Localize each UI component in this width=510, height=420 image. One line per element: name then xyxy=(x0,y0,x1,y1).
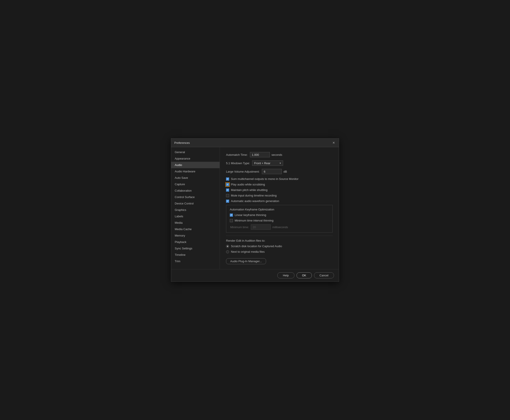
automatch-input[interactable] xyxy=(250,152,270,157)
sidebar-item-general[interactable]: General xyxy=(171,149,220,155)
mixdown-select-wrapper: Front + Rear Front Rear Front + Rear + L… xyxy=(252,160,283,166)
sidebar-item-memory[interactable]: Memory xyxy=(171,232,220,239)
volume-unit: dB xyxy=(283,170,287,173)
sidebar-item-media-cache[interactable]: Media Cache xyxy=(171,226,220,232)
sidebar-item-audio[interactable]: Audio xyxy=(171,162,220,168)
min-time-label: Minimum time: xyxy=(230,225,249,229)
sidebar-item-timeline[interactable]: Timeline xyxy=(171,252,220,258)
next-to-original-radio[interactable] xyxy=(226,250,229,253)
help-button[interactable]: Help xyxy=(277,272,294,278)
dialog-title: Preferences xyxy=(174,141,190,144)
auto-waveform-checkbox[interactable] xyxy=(226,200,229,203)
dialog-body: General Appearance Audio Audio Hardware … xyxy=(171,147,339,269)
sum-multichannel-row: Sum multichannel outputs to mono in Sour… xyxy=(226,177,333,180)
maintain-pitch-checkbox[interactable] xyxy=(226,188,229,192)
footer: Help OK Cancel xyxy=(171,269,339,281)
section-divider xyxy=(226,236,333,236)
auto-waveform-row: Automatic audio waveform generation xyxy=(226,199,333,203)
sidebar-item-collaboration[interactable]: Collaboration xyxy=(171,188,220,194)
scratch-disk-radio[interactable] xyxy=(226,245,229,248)
automatch-row: Automatch Time: seconds xyxy=(226,152,333,157)
cancel-button[interactable]: Cancel xyxy=(314,272,334,278)
min-interval-checkbox[interactable] xyxy=(230,219,233,222)
volume-label: Large Volume Adjustment: xyxy=(226,170,260,173)
sidebar-item-trim[interactable]: Trim xyxy=(171,258,220,264)
sidebar-item-labels[interactable]: Labels xyxy=(171,213,220,219)
maintain-pitch-label: Maintain pitch while shuttling xyxy=(231,188,267,192)
sidebar-item-auto-save[interactable]: Auto Save xyxy=(171,175,220,181)
sidebar-item-media[interactable]: Media xyxy=(171,219,220,226)
next-to-original-row: Next to original media files xyxy=(226,250,333,253)
next-to-original-label: Next to original media files xyxy=(231,250,265,253)
automatch-unit: seconds xyxy=(272,153,282,157)
mixdown-select[interactable]: Front + Rear Front Rear Front + Rear + L… xyxy=(252,160,283,166)
play-audio-label: Play audio while scrubbing xyxy=(231,183,265,186)
sum-multichannel-checkbox[interactable] xyxy=(226,178,229,180)
sidebar-item-playback[interactable]: Playback xyxy=(171,239,220,245)
volume-row: Large Volume Adjustment: dB xyxy=(226,169,333,174)
maintain-pitch-row: Maintain pitch while shuttling xyxy=(226,188,333,192)
sidebar-item-audio-hardware[interactable]: Audio Hardware xyxy=(171,168,220,175)
automatch-label: Automatch Time: xyxy=(226,153,248,157)
keyframe-group-title: Automation Keyframe Optimization xyxy=(230,208,329,211)
min-time-row: Minimum time: milliseconds xyxy=(230,224,329,230)
sidebar-item-graphics[interactable]: Graphics xyxy=(171,207,220,213)
min-interval-label: Minimum time interval thinning xyxy=(235,219,273,222)
sidebar-item-sync-settings[interactable]: Sync Settings xyxy=(171,245,220,252)
close-button[interactable]: ✕ xyxy=(332,141,336,145)
render-label: Render Edit in Audition files to: xyxy=(226,239,333,242)
linear-keyframe-row: Linear keyframe thinning xyxy=(230,213,329,217)
sidebar-item-capture[interactable]: Capture xyxy=(171,181,220,188)
auto-waveform-label: Automatic audio waveform generation xyxy=(231,199,279,203)
mixdown-row: 5.1 Mixdown Type: Front + Rear Front Rea… xyxy=(226,160,333,166)
play-audio-row: Play audio while scrubbing xyxy=(226,183,333,186)
render-group: Render Edit in Audition files to: Scratc… xyxy=(226,239,333,253)
linear-keyframe-label: Linear keyframe thinning xyxy=(235,213,266,217)
scratch-disk-label: Scratch disk location for Captured Audio xyxy=(231,245,282,248)
plugin-manager-button[interactable]: Audio Plug-In Manager... xyxy=(226,258,266,264)
scratch-disk-row: Scratch disk location for Captured Audio xyxy=(226,245,333,248)
sidebar-item-device-control[interactable]: Device Control xyxy=(171,200,220,207)
sidebar-item-appearance[interactable]: Appearance xyxy=(171,155,220,162)
ok-button[interactable]: OK xyxy=(296,272,312,278)
linear-keyframe-checkbox[interactable] xyxy=(230,214,233,217)
min-time-unit: milliseconds xyxy=(273,225,288,229)
mute-input-row: Mute input during timeline recording xyxy=(226,194,333,197)
content-panel: Automatch Time: seconds 5.1 Mixdown Type… xyxy=(220,147,339,269)
volume-input[interactable] xyxy=(262,169,282,174)
keyframe-group: Automation Keyframe Optimization Linear … xyxy=(226,205,333,232)
play-audio-checkbox[interactable] xyxy=(226,183,229,186)
sidebar: General Appearance Audio Audio Hardware … xyxy=(171,147,220,269)
min-interval-row: Minimum time interval thinning xyxy=(230,219,329,222)
mixdown-label: 5.1 Mixdown Type: xyxy=(226,162,250,165)
min-time-input[interactable] xyxy=(251,224,271,230)
mute-input-checkbox[interactable] xyxy=(226,194,229,197)
preferences-dialog: Preferences ✕ General Appearance Audio A… xyxy=(171,138,339,282)
title-bar: Preferences ✕ xyxy=(171,139,339,147)
sum-multichannel-label: Sum multichannel outputs to mono in Sour… xyxy=(231,177,299,180)
sidebar-item-control-surface[interactable]: Control Surface xyxy=(171,194,220,200)
mute-input-label: Mute input during timeline recording xyxy=(231,194,277,197)
